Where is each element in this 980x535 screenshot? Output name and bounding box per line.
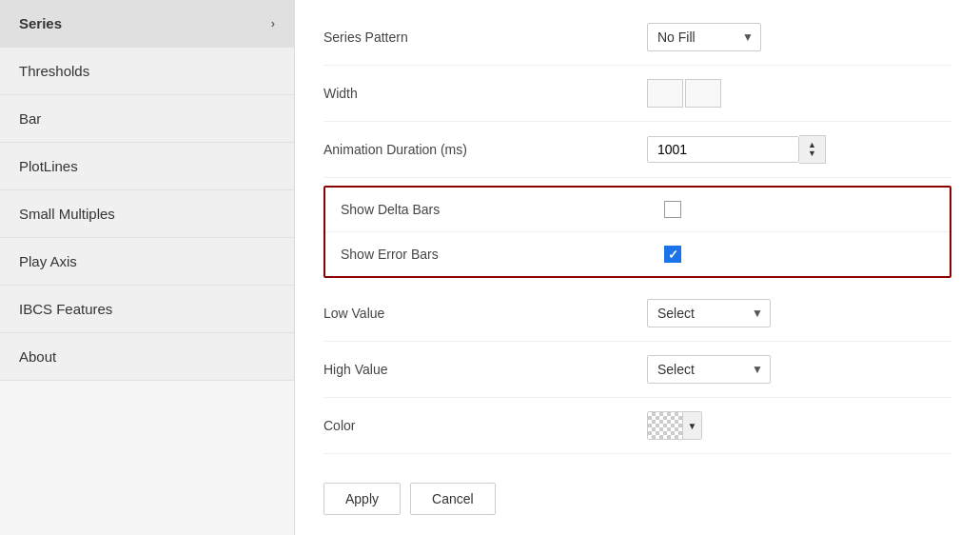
- width-label: Width: [323, 86, 647, 101]
- sidebar-item-label: About: [19, 348, 56, 365]
- color-control: ▼: [647, 411, 951, 440]
- series-pattern-control: No Fill Solid Dashed ▼: [647, 23, 951, 51]
- high-value-select-wrapper: Select ▼: [647, 355, 771, 384]
- sidebar-item-play-axis[interactable]: Play Axis: [0, 238, 294, 286]
- sidebar-item-label: Play Axis: [19, 253, 77, 269]
- animation-duration-input-group: ▲▼: [647, 135, 826, 164]
- series-pattern-label: Series Pattern: [323, 30, 647, 45]
- width-box-2[interactable]: [685, 79, 721, 108]
- show-delta-bars-checkbox[interactable]: [664, 201, 681, 218]
- width-control: [647, 79, 951, 108]
- show-error-bars-label: Show Error Bars: [341, 247, 664, 262]
- low-value-label: Low Value: [323, 306, 647, 321]
- high-value-select[interactable]: Select: [647, 355, 771, 384]
- sidebar: Series › Thresholds Bar PlotLines Small …: [0, 0, 295, 535]
- sidebar-item-label: Bar: [19, 110, 41, 127]
- animation-duration-input[interactable]: [647, 136, 799, 163]
- sidebar-item-label: PlotLines: [19, 158, 78, 174]
- animation-duration-label: Animation Duration (ms): [323, 142, 647, 157]
- high-value-row: High Value Select ▼: [323, 342, 951, 398]
- button-row: Apply Cancel: [323, 473, 951, 515]
- sidebar-item-label: Small Multiples: [19, 206, 115, 222]
- delta-error-section: Show Delta Bars Show Error Bars: [323, 186, 951, 278]
- show-error-bars-control: [664, 246, 934, 263]
- animation-duration-control: ▲▼: [647, 135, 951, 164]
- color-dropdown-arrow[interactable]: ▼: [682, 412, 701, 439]
- low-value-row: Low Value Select ▼: [323, 286, 951, 342]
- series-pattern-row: Series Pattern No Fill Solid Dashed ▼: [323, 10, 951, 66]
- color-swatch: [648, 412, 682, 439]
- high-value-control: Select ▼: [647, 355, 951, 384]
- color-picker-button[interactable]: ▼: [647, 411, 702, 440]
- apply-button[interactable]: Apply: [323, 483, 401, 515]
- color-label: Color: [323, 418, 647, 433]
- sidebar-item-series[interactable]: Series ›: [0, 0, 294, 48]
- sidebar-item-bar[interactable]: Bar: [0, 95, 294, 143]
- chevron-right-icon: ›: [271, 16, 275, 30]
- show-delta-bars-label: Show Delta Bars: [341, 202, 664, 217]
- cancel-button[interactable]: Cancel: [410, 483, 496, 515]
- sidebar-item-ibcs-features[interactable]: IBCS Features: [0, 286, 294, 333]
- low-value-select[interactable]: Select: [647, 299, 771, 327]
- animation-duration-spinner[interactable]: ▲▼: [799, 135, 826, 164]
- show-delta-bars-control: [664, 201, 934, 218]
- sidebar-item-label: IBCS Features: [19, 301, 112, 317]
- sidebar-item-plotlines[interactable]: PlotLines: [0, 143, 294, 190]
- main-content: Series Pattern No Fill Solid Dashed ▼ Wi…: [295, 0, 980, 535]
- show-error-bars-checkbox[interactable]: [664, 246, 681, 263]
- width-row: Width: [323, 66, 951, 122]
- width-box-1[interactable]: [647, 79, 683, 108]
- sidebar-item-label: Series: [19, 15, 62, 31]
- spinner-icon: ▲▼: [808, 141, 816, 158]
- show-error-bars-row: Show Error Bars: [325, 232, 950, 276]
- sidebar-item-thresholds[interactable]: Thresholds: [0, 48, 294, 95]
- sidebar-item-about[interactable]: About: [0, 333, 294, 381]
- sidebar-item-small-multiples[interactable]: Small Multiples: [0, 190, 294, 238]
- sidebar-item-label: Thresholds: [19, 63, 89, 79]
- series-pattern-select-wrapper: No Fill Solid Dashed ▼: [647, 23, 761, 51]
- color-row: Color ▼: [323, 398, 951, 454]
- low-value-select-wrapper: Select ▼: [647, 299, 771, 327]
- high-value-label: High Value: [323, 362, 647, 377]
- animation-duration-row: Animation Duration (ms) ▲▼: [323, 122, 951, 178]
- show-delta-bars-row: Show Delta Bars: [325, 188, 950, 232]
- series-pattern-select[interactable]: No Fill Solid Dashed: [647, 23, 761, 51]
- width-boxes: [647, 79, 721, 108]
- low-value-control: Select ▼: [647, 299, 951, 327]
